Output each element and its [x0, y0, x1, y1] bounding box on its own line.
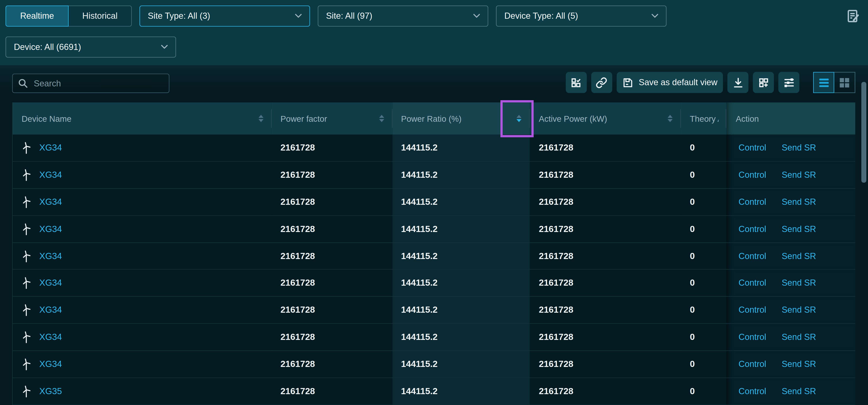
control-link[interactable]: Control [739, 359, 766, 369]
link-button[interactable] [591, 72, 612, 93]
device-table: Device Name Power factor Power Ratio (%) [12, 102, 856, 405]
search-box[interactable] [12, 73, 169, 93]
column-header-action: Action [726, 102, 855, 134]
device-name-link[interactable]: XG34 [39, 170, 62, 180]
control-link[interactable]: Control [739, 251, 766, 261]
power-factor-cell: 2161728 [272, 243, 392, 269]
sort-icon[interactable] [253, 115, 264, 122]
grid-check-button[interactable] [565, 72, 587, 93]
wind-turbine-icon [22, 304, 31, 317]
send-sr-link[interactable]: Send SR [782, 278, 816, 288]
control-link[interactable]: Control [739, 143, 766, 153]
device-name-link[interactable]: XG34 [39, 305, 62, 315]
save-icon [622, 77, 633, 88]
table-row: XG35 2161728 144115.2 2161728 0 Control … [13, 378, 856, 405]
send-sr-link[interactable]: Send SR [782, 197, 816, 207]
action-cell: Control Send SR [726, 351, 855, 377]
action-cell: Control Send SR [726, 189, 855, 215]
grid-view-icon [839, 77, 850, 88]
filter-row-2: Device: All (6691) [5, 36, 176, 58]
send-sr-link[interactable]: Send SR [782, 170, 816, 180]
control-link[interactable]: Control [739, 197, 766, 207]
theory-power-cell: 0 [681, 297, 726, 323]
grid-view-button[interactable] [834, 72, 856, 93]
device-name-link[interactable]: XG34 [39, 251, 62, 261]
device-name-link[interactable]: XG34 [39, 143, 62, 153]
table-row: XG34 2161728 144115.2 2161728 0 Control … [13, 162, 856, 189]
control-link[interactable]: Control [739, 170, 766, 180]
send-sr-link[interactable]: Send SR [782, 359, 816, 369]
device-name-link[interactable]: XG34 [39, 224, 62, 234]
device-name-cell: XG34 [13, 216, 272, 242]
table-toolbar: Save as default view [565, 72, 855, 93]
theory-power-cell: 0 [681, 351, 726, 377]
send-sr-link[interactable]: Send SR [782, 224, 816, 234]
wind-turbine-icon [22, 222, 31, 236]
column-header-power-factor[interactable]: Power factor [272, 102, 392, 134]
device-name-link[interactable]: XG34 [39, 197, 62, 207]
active-power-cell: 2161728 [530, 189, 681, 215]
device-name-link[interactable]: XG34 [39, 278, 62, 288]
active-power-cell: 2161728 [530, 351, 681, 377]
site-filter-dropdown[interactable]: Site: All (97) [318, 5, 488, 27]
column-header-theory-power[interactable]: Theory A [681, 102, 726, 134]
wind-turbine-icon [22, 141, 31, 154]
column-settings-button[interactable] [778, 72, 799, 93]
power-ratio-cell: 144115.2 [392, 189, 530, 215]
wind-turbine-icon [22, 357, 31, 371]
device-type-filter-dropdown[interactable]: Device Type: All (5) [496, 5, 666, 27]
save-default-view-button[interactable]: Save as default view [617, 72, 723, 93]
action-cell: Control Send SR [726, 216, 855, 242]
theory-power-cell: 0 [681, 378, 726, 405]
theory-power-cell: 0 [681, 243, 726, 269]
control-link[interactable]: Control [739, 305, 766, 315]
table-header: Device Name Power factor Power Ratio (%) [13, 102, 856, 134]
grid-check-icon [570, 77, 582, 88]
device-name-link[interactable]: XG34 [39, 359, 62, 369]
power-factor-cell: 2161728 [272, 297, 392, 323]
vertical-scrollbar-thumb[interactable] [861, 82, 866, 183]
send-sr-link[interactable]: Send SR [782, 251, 816, 261]
send-sr-link[interactable]: Send SR [782, 332, 816, 342]
theory-power-cell: 0 [681, 189, 726, 215]
tab-realtime[interactable]: Realtime [5, 5, 69, 27]
send-sr-link[interactable]: Send SR [782, 386, 816, 397]
control-link[interactable]: Control [739, 386, 766, 397]
send-sr-link[interactable]: Send SR [782, 143, 816, 153]
power-ratio-cell: 144115.2 [392, 351, 530, 377]
grid-add-button[interactable] [753, 72, 774, 93]
log-form-button[interactable] [846, 9, 860, 25]
chevron-down-icon [161, 45, 168, 49]
sort-icon[interactable] [374, 115, 384, 122]
form-pencil-icon [846, 9, 860, 24]
column-header-power-ratio[interactable]: Power Ratio (%) [392, 102, 530, 134]
column-header-active-power[interactable]: Active Power (kW) [530, 102, 681, 134]
power-ratio-cell: 144115.2 [392, 297, 530, 323]
action-cell: Control Send SR [726, 378, 855, 405]
site-type-filter-dropdown[interactable]: Site Type: All (3) [140, 5, 310, 27]
active-power-cell: 2161728 [530, 324, 681, 350]
table-row: XG34 2161728 144115.2 2161728 0 Control … [13, 270, 856, 297]
table-row: XG34 2161728 144115.2 2161728 0 Control … [13, 297, 856, 324]
device-name-cell: XG34 [13, 351, 272, 377]
view-mode-tabs: Realtime Historical [5, 5, 132, 27]
device-name-link[interactable]: XG35 [39, 386, 62, 397]
control-link[interactable]: Control [739, 278, 766, 288]
power-ratio-cell: 144115.2 [392, 162, 530, 188]
download-button[interactable] [727, 72, 748, 93]
send-sr-link[interactable]: Send SR [782, 305, 816, 315]
theory-power-cell: 0 [681, 270, 726, 296]
search-input[interactable] [33, 78, 163, 89]
device-filter-dropdown[interactable]: Device: All (6691) [5, 36, 176, 58]
control-link[interactable]: Control [739, 224, 766, 234]
tab-historical[interactable]: Historical [69, 5, 132, 27]
device-name-link[interactable]: XG34 [39, 332, 62, 342]
sort-icon-descending-active[interactable] [512, 115, 522, 122]
power-factor-cell: 2161728 [272, 162, 392, 188]
grid-plus-icon [757, 77, 769, 88]
column-header-device-name[interactable]: Device Name [13, 102, 272, 134]
app-window: Realtime Historical Site Type: All (3) S… [0, 0, 868, 405]
sort-icon[interactable] [663, 115, 673, 122]
control-link[interactable]: Control [739, 332, 766, 342]
list-view-button[interactable] [813, 72, 834, 93]
